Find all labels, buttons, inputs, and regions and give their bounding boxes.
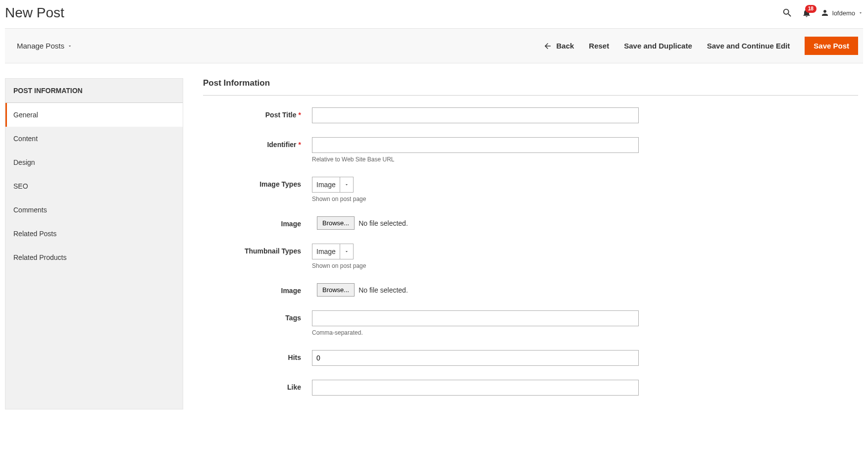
header-actions: 18 lofdemo [782, 7, 863, 18]
image-types-note: Shown on post page [312, 196, 639, 202]
hits-label: Hits [203, 350, 312, 361]
back-arrow-icon [543, 42, 552, 50]
back-button[interactable]: Back [543, 42, 574, 50]
page-title: New Post [5, 5, 64, 21]
image-file-status: No file selected. [358, 219, 408, 227]
notification-badge: 18 [805, 5, 817, 13]
thumbnail-browse-button[interactable]: Browse... [317, 283, 355, 297]
chevron-down-icon [340, 177, 349, 192]
user-menu[interactable]: lofdemo [820, 8, 863, 17]
sidebar-item-related-products[interactable]: Related Products [5, 246, 183, 269]
sidebar-item-design[interactable]: Design [5, 151, 183, 174]
form-area: Post Information Post Title* Identifier*… [203, 78, 863, 409]
manage-posts-label: Manage Posts [17, 42, 64, 50]
chevron-down-icon [67, 44, 72, 49]
tags-input[interactable] [312, 310, 639, 326]
chevron-down-icon [340, 244, 349, 259]
tags-label: Tags [203, 310, 312, 322]
back-label: Back [556, 42, 574, 50]
sidebar-item-comments[interactable]: Comments [5, 198, 183, 222]
reset-button[interactable]: Reset [589, 42, 609, 50]
form-title: Post Information [203, 78, 858, 96]
search-icon[interactable] [782, 7, 793, 18]
tags-note: Comma-separated. [312, 329, 639, 336]
identifier-note: Relative to Web Site Base URL [312, 156, 639, 163]
sidebar-header: POST INFORMATION [5, 79, 183, 103]
username: lofdemo [832, 9, 855, 17]
save-continue-button[interactable]: Save and Continue Edit [707, 42, 790, 50]
toolbar-buttons: Back Reset Save and Duplicate Save and C… [543, 37, 858, 55]
image-browse-button[interactable]: Browse... [317, 216, 355, 230]
image-types-select[interactable]: Image [312, 177, 354, 193]
sidebar-item-general[interactable]: General [5, 103, 183, 127]
toolbar: Manage Posts Back Reset Save and Duplica… [5, 28, 863, 63]
save-post-button[interactable]: Save Post [805, 37, 858, 55]
thumbnail-types-value: Image [316, 248, 336, 255]
save-duplicate-button[interactable]: Save and Duplicate [624, 42, 692, 50]
image-label: Image [203, 216, 312, 228]
thumbnail-file-status: No file selected. [358, 286, 408, 294]
thumbnail-types-select[interactable]: Image [312, 244, 354, 259]
image-types-label: Image Types [203, 177, 312, 188]
thumbnail-types-note: Shown on post page [312, 262, 639, 269]
thumbnail-image-label: Image [203, 283, 312, 295]
sidebar-item-seo[interactable]: SEO [5, 174, 183, 198]
like-label: Like [203, 380, 312, 391]
post-title-input[interactable] [312, 107, 639, 123]
sidebar: POST INFORMATION General Content Design … [5, 78, 183, 409]
hits-input[interactable] [312, 350, 639, 366]
notifications-icon[interactable]: 18 [802, 8, 812, 18]
manage-posts-dropdown[interactable]: Manage Posts [10, 42, 72, 50]
chevron-down-icon [858, 10, 863, 15]
identifier-input[interactable] [312, 137, 639, 153]
sidebar-item-related-posts[interactable]: Related Posts [5, 222, 183, 246]
image-types-value: Image [316, 181, 336, 189]
post-title-label: Post Title* [203, 107, 312, 119]
sidebar-item-content[interactable]: Content [5, 127, 183, 151]
identifier-label: Identifier* [203, 137, 312, 149]
like-input[interactable] [312, 380, 639, 396]
thumbnail-types-label: Thumbnail Types [203, 244, 312, 255]
